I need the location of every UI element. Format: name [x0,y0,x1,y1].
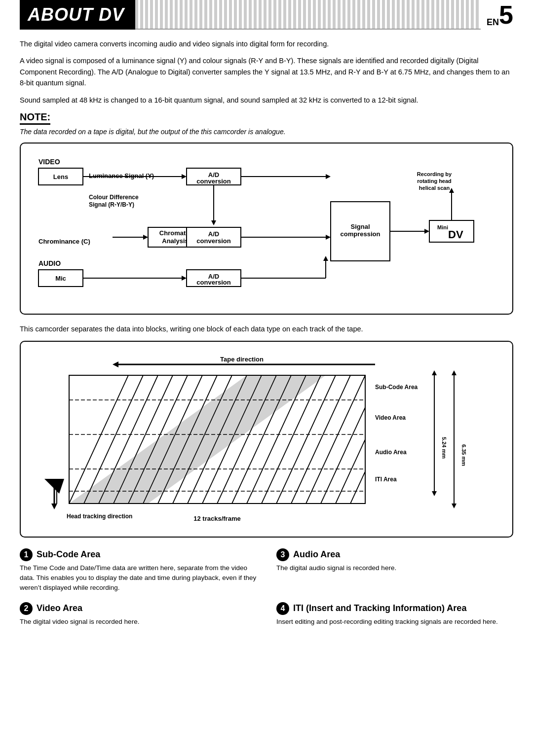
svg-text:Colour Difference: Colour Difference [89,194,139,201]
svg-marker-50 [113,361,118,367]
svg-marker-109 [432,370,437,375]
sub-code-title: Sub-Code Area [37,549,100,560]
svg-text:helical scan: helical scan [419,185,450,191]
video-label: VIDEO [38,158,60,166]
svg-text:Tape direction: Tape direction [220,356,264,363]
svg-text:AUDIO: AUDIO [38,259,61,267]
info-iti: 4 ITI (Insert and Tracking Information) … [276,602,513,627]
svg-marker-48 [449,188,454,193]
tape-diagram-svg: Tape direction [30,351,518,528]
svg-text:6.35 mm: 6.35 mm [461,444,467,466]
audio-bullet: 3 [276,548,289,561]
audio-heading: 3 Audio Area [276,548,513,561]
note-section: NOTE: The data recorded on a tape is dig… [20,111,513,136]
body-para-3: Sound sampled at 48 kHz is changed to a … [20,95,513,106]
body-para-1: The digital video camera converts incomi… [20,38,513,49]
svg-text:rotating head: rotating head [417,178,452,184]
svg-text:DV: DV [448,228,463,241]
svg-marker-14 [143,235,148,240]
svg-line-94 [306,375,365,504]
svg-text:Signal: Signal [350,223,370,230]
svg-line-98 [365,375,424,504]
camcorder-text: This camcorder separates the data into b… [20,324,513,334]
audio-title: Audio Area [293,549,340,560]
info-sub-code: 1 Sub-Code Area The Time Code and Date/T… [20,548,257,593]
svg-line-97 [350,375,410,504]
info-audio: 3 Audio Area The digital audio signal is… [276,548,513,593]
en-label: EN [487,17,499,28]
note-heading: NOTE: [20,111,50,125]
svg-text:conversion: conversion [196,279,230,286]
info-video: 2 Video Area The digital video signal is… [20,602,257,627]
signal-diagram-box: VIDEO Lens Luminance Signal (Y) A/D conv… [20,143,513,315]
title-box: ABOUT DV [20,0,135,30]
page-header: ABOUT DV EN 5 [20,0,513,30]
header-stripe [135,0,481,30]
svg-marker-110 [432,491,437,496]
svg-text:Analysis: Analysis [162,237,188,245]
svg-text:Head tracking direction: Head tracking direction [67,513,132,520]
page: ABOUT DV EN 5 The digital video camera c… [0,0,533,756]
svg-text:Mic: Mic [55,275,66,282]
svg-line-95 [321,375,380,504]
svg-text:conversion: conversion [196,178,230,185]
svg-text:Audio Area: Audio Area [375,449,407,456]
svg-text:Mini: Mini [437,224,448,230]
note-text: The data recorded on a tape is digital, … [20,128,513,136]
svg-marker-38 [323,256,328,261]
iti-bullet: 4 [276,602,289,615]
svg-text:Video Area: Video Area [375,414,406,421]
svg-marker-2 [182,174,187,179]
video-text: The digital video signal is recorded her… [20,617,257,627]
svg-text:Chrominance (C): Chrominance (C) [38,238,90,245]
svg-text:ITI Area: ITI Area [375,476,397,483]
svg-marker-40 [424,229,429,234]
video-bullet: 2 [20,602,33,615]
svg-text:conversion: conversion [196,237,230,245]
luminance-label: Luminance Signal (Y) [89,172,154,180]
iti-text: Insert editing and post-recording editin… [276,617,513,627]
svg-text:Sub-Code Area: Sub-Code Area [375,384,418,391]
svg-marker-114 [452,504,457,508]
body-para-2: A video signal is composed of a luminanc… [20,55,513,88]
svg-marker-32 [182,276,187,281]
svg-marker-24 [326,235,331,240]
tape-diagram-box: Tape direction [20,341,513,538]
iti-title: ITI (Insert and Tracking Information) Ar… [293,603,466,613]
sub-code-text: The Time Code and Date/Time data are wri… [20,563,257,593]
sub-code-heading: 1 Sub-Code Area [20,548,257,561]
info-grid: 1 Sub-Code Area The Time Code and Date/T… [20,548,513,636]
svg-text:5.24 mm: 5.24 mm [441,437,447,459]
svg-marker-54 [51,504,57,509]
svg-line-76 [365,375,424,504]
svg-text:12 tracks/frame: 12 tracks/frame [193,515,240,522]
svg-marker-7 [326,174,331,179]
page-number-area: EN 5 [481,0,513,30]
svg-line-93 [291,375,350,504]
lens-label: Lens [53,173,68,180]
svg-marker-9 [211,220,216,225]
svg-text:compression: compression [341,230,381,238]
svg-marker-113 [452,370,457,375]
page-number: 5 [499,2,513,28]
signal-flow-svg: VIDEO Lens Luminance Signal (Y) A/D conv… [30,152,518,305]
svg-text:A/D: A/D [208,230,219,238]
video-title: Video Area [37,603,82,613]
page-title: ABOUT DV [28,4,124,25]
iti-heading: 4 ITI (Insert and Tracking Information) … [276,602,513,615]
svg-text:Recording by: Recording by [417,171,452,177]
svg-text:Signal (R-Y/B-Y): Signal (R-Y/B-Y) [89,201,134,208]
video-heading: 2 Video Area [20,602,257,615]
sub-code-bullet: 1 [20,548,33,561]
audio-text: The digital audio signal is recorded her… [276,563,513,573]
